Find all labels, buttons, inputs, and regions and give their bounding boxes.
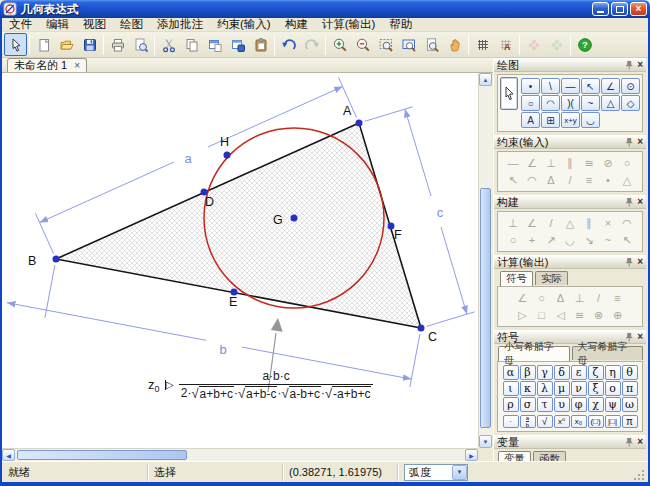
undo-button[interactable] — [277, 33, 300, 56]
canvas-vertical-scrollbar[interactable]: ▲ ▼ — [478, 73, 492, 448]
symbol-pi-button[interactable]: π — [622, 415, 638, 428]
vertical-scroll-thumb[interactable] — [480, 188, 491, 428]
draw-regular-polygon-tool[interactable]: △ — [601, 95, 620, 111]
pin-icon[interactable] — [624, 197, 634, 207]
draw-circle-tool[interactable]: ⊙ — [621, 78, 640, 94]
menu-annotate[interactable]: 添加批注 — [150, 17, 210, 32]
scroll-down-button[interactable]: ▼ — [479, 435, 492, 448]
copy-button[interactable] — [180, 33, 203, 56]
greek-letter-button[interactable]: ω — [622, 397, 638, 412]
calculate-tool-icon[interactable]: ⊕ — [609, 307, 627, 323]
greek-letter-button[interactable]: β — [520, 365, 536, 380]
zoom-page-button[interactable] — [420, 33, 443, 56]
symbol-absolute-button[interactable]: |□| — [605, 415, 621, 428]
symbol-dot-button[interactable]: · — [503, 415, 519, 428]
construct-tool-icon[interactable]: + — [523, 232, 541, 248]
construct-tool-icon[interactable]: ↘ — [580, 232, 598, 248]
calculate-tool-icon[interactable]: ∠ — [514, 290, 532, 306]
tab-close-icon[interactable]: × — [74, 61, 80, 71]
pan-button[interactable] — [443, 33, 466, 56]
constraint-tool-icon[interactable]: ⊥ — [542, 155, 560, 171]
symbol-superscript-button[interactable]: x⁰ — [554, 415, 570, 428]
construct-tool-icon[interactable]: ◠ — [618, 215, 636, 231]
greek-letter-button[interactable]: δ — [554, 365, 570, 380]
horizontal-scroll-thumb[interactable] — [17, 450, 187, 460]
greek-letter-button[interactable]: υ — [554, 397, 570, 412]
tab-real[interactable]: 实际 — [535, 271, 568, 285]
pin-icon[interactable] — [624, 60, 634, 70]
calculate-tool-icon[interactable]: ⊗ — [590, 307, 608, 323]
zoom-window-button[interactable] — [374, 33, 397, 56]
constraint-tool-icon[interactable]: • — [599, 172, 617, 188]
resize-grip[interactable] — [633, 469, 646, 482]
draw-point-tool[interactable]: • — [521, 78, 540, 94]
select-tool-button[interactable] — [4, 33, 27, 56]
constraint-tool-icon[interactable]: ↖ — [504, 172, 522, 188]
constraint-tool-icon[interactable]: Δ — [542, 172, 560, 188]
constraint-tool-icon[interactable]: ∥ — [561, 155, 579, 171]
construct-tool-icon[interactable]: ⊥ — [504, 215, 522, 231]
sketch-green-button[interactable] — [545, 33, 568, 56]
calculate-tool-icon[interactable]: □ — [533, 307, 551, 323]
point-A[interactable] — [356, 120, 363, 127]
draw-conic-tool[interactable]: )( — [561, 95, 580, 111]
tab-lowercase-greek[interactable]: 小写希腊字母 — [498, 346, 570, 361]
paste-picture-button[interactable] — [226, 33, 249, 56]
menu-draw[interactable]: 绘图 — [113, 17, 150, 32]
greek-letter-button[interactable]: ζ — [588, 365, 604, 380]
scroll-left-button[interactable]: ◀ — [2, 449, 15, 461]
construct-tool-icon[interactable]: ○ — [504, 232, 522, 248]
construct-tool-icon[interactable]: / — [542, 215, 560, 231]
draw-text-tool[interactable]: A — [521, 112, 540, 128]
greek-letter-button[interactable]: α — [503, 365, 519, 380]
save-button[interactable] — [78, 33, 101, 56]
minimize-button[interactable] — [592, 2, 609, 16]
draw-vector-tool[interactable]: ↖ — [581, 78, 600, 94]
greek-letter-button[interactable]: φ — [571, 397, 587, 412]
constraint-tool-icon[interactable]: ≅ — [580, 155, 598, 171]
constraint-tool-icon[interactable]: ⊘ — [599, 155, 617, 171]
draw-segment-tool[interactable]: \ — [541, 78, 560, 94]
menu-construct[interactable]: 构建 — [278, 17, 315, 32]
open-button[interactable] — [55, 33, 78, 56]
print-preview-button[interactable] — [129, 33, 152, 56]
construct-tool-icon[interactable]: ↗ — [542, 232, 560, 248]
output-formula[interactable]: z0 ▷ a·b·c 2· √a+b+c · √a+b-c · √a-b+c ·… — [148, 369, 373, 401]
draw-ellipse-tool[interactable]: ○ — [521, 95, 540, 111]
drawing-canvas[interactable]: a c b — [2, 73, 478, 448]
angle-unit-dropdown[interactable]: 弧度 ▼ — [404, 464, 468, 481]
greek-letter-button[interactable]: ξ — [588, 381, 604, 396]
calculate-tool-icon[interactable]: / — [590, 290, 608, 306]
copy-as-picture-button[interactable] — [203, 33, 226, 56]
menu-help[interactable]: 帮助 — [382, 17, 419, 32]
greek-letter-button[interactable]: λ — [537, 381, 553, 396]
zoom-in-button[interactable] — [328, 33, 351, 56]
greek-letter-button[interactable]: ι — [503, 381, 519, 396]
tab-symbolic[interactable]: 符号 — [500, 271, 533, 286]
pin-icon[interactable] — [624, 437, 634, 447]
calculate-tool-icon[interactable]: ▷ — [514, 307, 532, 323]
menu-calculate[interactable]: 计算(输出) — [315, 17, 383, 32]
calculate-tool-icon[interactable]: ⊥ — [571, 290, 589, 306]
draw-arc-tool[interactable]: ◠ — [541, 95, 560, 111]
panel-close-icon[interactable]: × — [637, 332, 643, 342]
construct-tool-icon[interactable]: ∠ — [523, 215, 541, 231]
construct-tool-icon[interactable]: ↖ — [618, 232, 636, 248]
greek-letter-button[interactable]: γ — [537, 365, 553, 380]
constraint-tool-icon[interactable]: ○ — [618, 155, 636, 171]
menu-view[interactable]: 视图 — [76, 17, 113, 32]
constraint-tool-icon[interactable]: △ — [618, 172, 636, 188]
construct-tool-icon[interactable]: △ — [561, 215, 579, 231]
draw-reflect-tool[interactable]: ◇ — [621, 95, 640, 111]
panel-close-icon[interactable]: × — [637, 197, 643, 207]
calculate-tool-icon[interactable]: ≡ — [609, 290, 627, 306]
constraint-tool-icon[interactable]: ◠ — [523, 172, 541, 188]
maximize-button[interactable] — [611, 2, 628, 16]
calculate-tool-icon[interactable]: Δ — [552, 290, 570, 306]
panel-close-icon[interactable]: × — [637, 437, 643, 447]
new-button[interactable] — [32, 33, 55, 56]
greek-letter-button[interactable]: κ — [520, 381, 536, 396]
constraint-tool-icon[interactable]: / — [561, 172, 579, 188]
print-button[interactable] — [106, 33, 129, 56]
construct-tool-icon[interactable]: × — [599, 215, 617, 231]
